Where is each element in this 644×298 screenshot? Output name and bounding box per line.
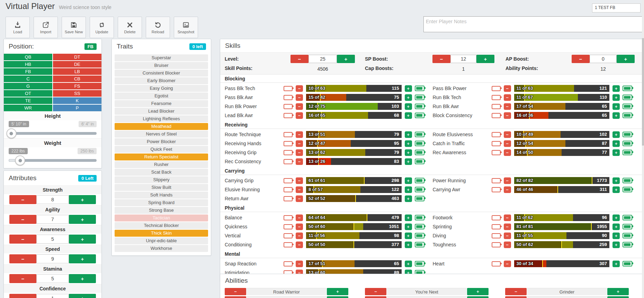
trait-meathead[interactable]: Meathead (115, 123, 208, 130)
trait-fearsome[interactable]: Fearsome (115, 100, 208, 107)
height-slider-handle[interactable] (6, 129, 16, 139)
cap-boost-battery-icon[interactable] (284, 242, 293, 247)
boost-battery-icon[interactable] (415, 215, 424, 220)
trait-tactician[interactable]: Tactician (115, 214, 208, 221)
skill-plus-button[interactable]: + (612, 85, 620, 92)
cap-boost-battery-icon[interactable] (492, 104, 501, 109)
boost-battery-icon[interactable] (623, 242, 632, 247)
position-cell-fs[interactable]: FS (53, 83, 101, 89)
boost-battery-icon[interactable] (415, 159, 424, 164)
cap-boost-battery-icon[interactable] (492, 150, 501, 155)
skill-plus-button[interactable]: + (405, 261, 412, 267)
boost-battery-icon[interactable] (415, 104, 424, 109)
skill-minus-button[interactable]: − (504, 261, 511, 267)
ability-minus-button[interactable]: − (365, 296, 386, 298)
position-cell-wr[interactable]: WR (4, 105, 52, 111)
trait-power-blocker[interactable]: Power Blocker (115, 138, 208, 145)
skill-plus-button[interactable]: + (405, 158, 412, 165)
boost-battery-icon[interactable] (623, 141, 632, 146)
position-cell-lb[interactable]: LB (53, 68, 101, 75)
position-cell-te[interactable]: TE (4, 97, 52, 104)
skill-plus-button[interactable]: + (405, 85, 412, 92)
trait-workhorse[interactable]: Workhorse (115, 245, 208, 252)
skill-plus-button[interactable]: + (612, 214, 620, 221)
skill-plus-button[interactable]: + (405, 112, 412, 119)
cap-boost-battery-icon[interactable] (284, 187, 293, 192)
boost-battery-icon[interactable] (415, 224, 424, 229)
boost-battery-icon[interactable] (623, 187, 632, 192)
skill-minus-button[interactable]: − (296, 103, 303, 110)
skill-minus-button[interactable]: − (296, 140, 303, 147)
cap-boost-battery-icon[interactable] (284, 86, 293, 91)
boost-battery-icon[interactable] (415, 150, 424, 155)
trait-slippery[interactable]: Slippery (115, 176, 208, 183)
skill-plus-button[interactable]: + (405, 186, 412, 193)
ability-minus-button[interactable]: − (225, 288, 246, 295)
ability-plus-button[interactable]: + (327, 296, 348, 298)
position-cell-ot[interactable]: OT (4, 90, 52, 97)
cap-boost-battery-icon[interactable] (492, 242, 501, 247)
trait-unpr-edic-table[interactable]: Unpr-edic-table (115, 237, 208, 244)
skill-minus-button[interactable]: − (504, 177, 511, 184)
skill-minus-button[interactable]: − (296, 233, 303, 239)
skill-plus-button[interactable]: + (612, 140, 620, 147)
skill-minus-button[interactable]: − (504, 242, 511, 248)
skill-minus-button[interactable]: − (296, 112, 303, 119)
cap-boost-battery-icon[interactable] (284, 196, 293, 201)
boost-battery-icon[interactable] (623, 224, 632, 229)
boost-battery-icon[interactable] (623, 86, 632, 91)
skill-minus-button[interactable]: − (296, 158, 303, 165)
trait-slow-built[interactable]: Slow Built (115, 184, 208, 191)
attribute-minus-button[interactable]: − (9, 294, 36, 298)
skill-minus-button[interactable]: − (296, 195, 303, 202)
skill-plus-button[interactable]: + (612, 94, 620, 101)
position-cell-de[interactable]: DE (53, 61, 101, 68)
position-cell-g[interactable]: G (4, 83, 52, 89)
trait-spring-board[interactable]: Spring Board (115, 199, 208, 206)
cap-boost-battery-icon[interactable] (492, 215, 501, 220)
ability-minus-button[interactable]: − (505, 288, 527, 295)
skill-minus-button[interactable]: − (504, 224, 511, 230)
boost-battery-icon[interactable] (623, 113, 632, 118)
skill-minus-button[interactable]: − (296, 177, 303, 184)
cap-boost-battery-icon[interactable] (492, 233, 501, 238)
ability-plus-button[interactable]: + (607, 296, 629, 298)
skill-minus-button[interactable]: − (296, 186, 303, 193)
position-cell-dt[interactable]: DT (53, 54, 101, 60)
cap-boost-battery-icon[interactable] (492, 178, 501, 183)
ability-plus-button[interactable]: + (607, 288, 629, 295)
skill-minus-button[interactable]: − (296, 131, 303, 138)
player-select[interactable]: 1 TEST FB (592, 3, 641, 12)
stepper-plus-button[interactable]: + (617, 55, 635, 63)
position-cell-cb[interactable]: CB (53, 76, 101, 82)
skill-minus-button[interactable]: − (296, 149, 303, 156)
skill-minus-button[interactable]: − (296, 214, 303, 221)
skill-plus-button[interactable]: + (612, 224, 620, 230)
cap-boost-battery-icon[interactable] (492, 141, 501, 146)
cap-boost-battery-icon[interactable] (492, 187, 501, 192)
attribute-minus-button[interactable]: − (9, 235, 36, 244)
trait-scat-back[interactable]: Scat Back (115, 169, 208, 176)
trait-superstar[interactable]: Superstar (115, 54, 208, 61)
position-cell-k[interactable]: K (53, 97, 101, 104)
skill-plus-button[interactable]: + (405, 149, 412, 156)
cap-boost-battery-icon[interactable] (492, 132, 501, 137)
position-cell-hb[interactable]: HB (4, 61, 52, 68)
skill-plus-button[interactable]: + (612, 242, 620, 248)
update-button[interactable]: Update (90, 17, 114, 38)
skill-plus-button[interactable]: + (612, 103, 620, 110)
skill-minus-button[interactable]: − (504, 149, 511, 156)
cap-boost-battery-icon[interactable] (492, 86, 501, 91)
trait-early-bloomer[interactable]: Early Bloomer (115, 77, 208, 84)
boost-battery-icon[interactable] (623, 178, 632, 183)
cap-boost-battery-icon[interactable] (284, 215, 293, 220)
skill-plus-button[interactable]: + (405, 242, 412, 248)
import-button[interactable]: Import (34, 17, 58, 38)
skill-plus-button[interactable]: + (405, 177, 412, 184)
skill-plus-button[interactable]: + (612, 149, 620, 156)
save-new-button[interactable]: Save New (62, 17, 86, 38)
ability-plus-button[interactable]: + (467, 288, 489, 295)
cap-boost-battery-icon[interactable] (492, 261, 501, 266)
ability-plus-button[interactable]: + (327, 288, 348, 295)
attribute-plus-button[interactable]: + (69, 294, 96, 298)
